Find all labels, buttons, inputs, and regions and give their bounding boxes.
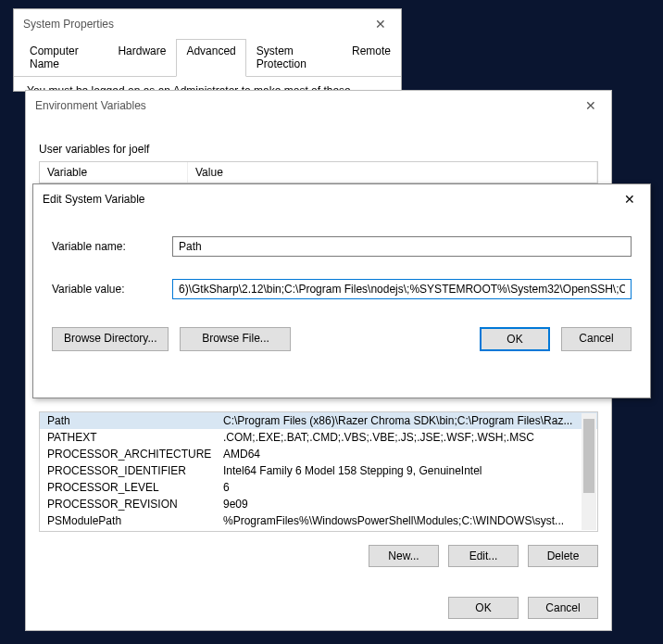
system-vars-button-row: New... Edit... Delete bbox=[39, 545, 598, 567]
system-variables-table: Path C:\Program Files (x86)\Razer Chroma… bbox=[39, 411, 598, 532]
user-variables-label: User variables for joelf bbox=[39, 143, 598, 156]
variable-name-row: Variable name: bbox=[52, 236, 632, 257]
ok-button[interactable]: OK bbox=[448, 597, 519, 619]
tab-hardware[interactable]: Hardware bbox=[107, 39, 176, 76]
close-icon[interactable]: ✕ bbox=[580, 98, 602, 113]
var-name: PSModulePath bbox=[47, 514, 223, 527]
edit-variable-content: Variable name: Variable value: Browse Di… bbox=[33, 214, 650, 364]
ok-button[interactable]: OK bbox=[480, 327, 550, 351]
scrollbar-thumb[interactable] bbox=[583, 419, 594, 493]
edit-button-row: Browse Directory... Browse File... OK Ca… bbox=[52, 327, 632, 351]
system-properties-window: System Properties ✕ Computer Name Hardwa… bbox=[13, 8, 402, 92]
var-name: PROCESSOR_IDENTIFIER bbox=[47, 464, 223, 477]
variable-value-row: Variable value: bbox=[52, 279, 632, 299]
table-row[interactable]: PATHEXT .COM;.EXE;.BAT;.CMD;.VBS;.VBE;.J… bbox=[40, 429, 597, 446]
var-value: %ProgramFiles%\WindowsPowerShell\Modules… bbox=[223, 514, 590, 527]
column-variable[interactable]: Variable bbox=[40, 162, 188, 183]
var-value: C:\Program Files (x86)\Razer Chroma SDK\… bbox=[223, 414, 590, 427]
var-name: PATHEXT bbox=[47, 431, 223, 444]
tab-computer-name[interactable]: Computer Name bbox=[19, 39, 107, 76]
table-row[interactable]: Path C:\Program Files (x86)\Razer Chroma… bbox=[40, 412, 597, 429]
tab-system-protection[interactable]: System Protection bbox=[246, 39, 342, 76]
system-properties-tabs: Computer Name Hardware Advanced System P… bbox=[14, 39, 401, 77]
cancel-button[interactable]: Cancel bbox=[528, 597, 598, 619]
table-row[interactable]: PROCESSOR_ARCHITECTURE AMD64 bbox=[40, 446, 597, 462]
browse-file-button[interactable]: Browse File... bbox=[180, 327, 291, 351]
var-value: AMD64 bbox=[223, 448, 590, 461]
variable-name-input[interactable] bbox=[172, 236, 632, 257]
dialog-button-row: OK Cancel bbox=[39, 597, 598, 619]
column-value[interactable]: Value bbox=[188, 162, 597, 183]
variable-value-label: Variable value: bbox=[52, 283, 172, 296]
scrollbar[interactable] bbox=[582, 413, 596, 530]
cancel-button[interactable]: Cancel bbox=[561, 327, 632, 351]
delete-button[interactable]: Delete bbox=[528, 545, 598, 567]
close-icon[interactable]: ✕ bbox=[369, 17, 392, 32]
var-value: 6 bbox=[223, 481, 590, 494]
var-name: Path bbox=[47, 414, 223, 427]
variable-value-input[interactable] bbox=[172, 279, 632, 299]
table-row[interactable]: PROCESSOR_REVISION 9e09 bbox=[40, 496, 597, 512]
variable-name-label: Variable name: bbox=[52, 240, 172, 253]
table-row[interactable]: PSModulePath %ProgramFiles%\WindowsPower… bbox=[40, 512, 597, 529]
table-row[interactable]: PROCESSOR_LEVEL 6 bbox=[40, 479, 597, 496]
table-row[interactable]: PROCESSOR_IDENTIFIER Intel64 Family 6 Mo… bbox=[40, 462, 597, 479]
environment-variables-title: Environment Variables bbox=[35, 99, 146, 112]
new-button[interactable]: New... bbox=[369, 545, 439, 567]
edit-variable-title: Edit System Variable bbox=[43, 193, 145, 206]
var-value: .COM;.EXE;.BAT;.CMD;.VBS;.VBE;.JS;.JSE;.… bbox=[223, 431, 590, 444]
var-value: Intel64 Family 6 Model 158 Stepping 9, G… bbox=[223, 464, 590, 477]
close-icon[interactable]: ✕ bbox=[619, 192, 641, 207]
var-name: PROCESSOR_REVISION bbox=[47, 498, 223, 511]
user-variables-table: Variable Value bbox=[39, 161, 598, 183]
var-name: PROCESSOR_LEVEL bbox=[47, 481, 223, 494]
edit-button[interactable]: Edit... bbox=[448, 545, 519, 567]
var-value: 9e09 bbox=[223, 498, 590, 511]
user-table-header: Variable Value bbox=[40, 162, 597, 183]
system-properties-title: System Properties bbox=[23, 18, 114, 31]
environment-variables-titlebar: Environment Variables ✕ bbox=[26, 91, 611, 120]
tab-advanced[interactable]: Advanced bbox=[176, 39, 245, 77]
system-properties-titlebar: System Properties ✕ bbox=[14, 9, 401, 39]
tab-remote[interactable]: Remote bbox=[342, 39, 401, 76]
edit-variable-titlebar: Edit System Variable ✕ bbox=[33, 184, 650, 214]
var-name: PROCESSOR_ARCHITECTURE bbox=[47, 448, 223, 461]
browse-directory-button[interactable]: Browse Directory... bbox=[52, 327, 169, 351]
edit-system-variable-dialog: Edit System Variable ✕ Variable name: Va… bbox=[32, 183, 651, 398]
